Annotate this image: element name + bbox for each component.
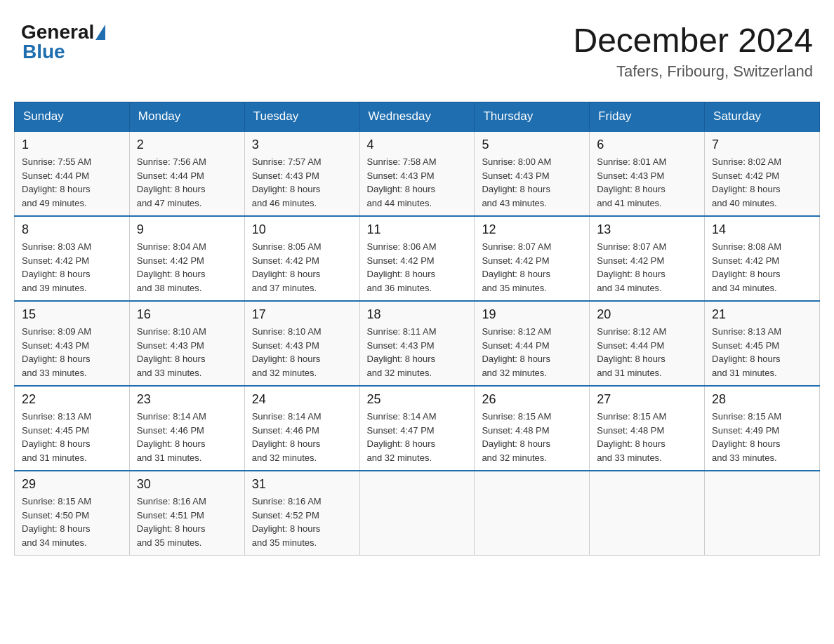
calendar-cell: 5Sunrise: 8:00 AMSunset: 4:43 PMDaylight… xyxy=(475,131,590,216)
day-info: Sunrise: 8:14 AMSunset: 4:46 PMDaylight:… xyxy=(137,410,237,464)
col-sunday: Sunday xyxy=(15,102,130,132)
day-info: Sunrise: 8:09 AMSunset: 4:43 PMDaylight:… xyxy=(22,325,122,380)
day-number: 16 xyxy=(137,307,237,322)
calendar-cell: 13Sunrise: 8:07 AMSunset: 4:42 PMDayligh… xyxy=(590,216,705,301)
calendar-cell: 3Sunrise: 7:57 AMSunset: 4:43 PMDaylight… xyxy=(244,131,359,216)
calendar-cell: 24Sunrise: 8:14 AMSunset: 4:46 PMDayligh… xyxy=(244,386,359,471)
day-number: 15 xyxy=(22,307,122,322)
day-number: 31 xyxy=(252,477,352,492)
day-info: Sunrise: 8:03 AMSunset: 4:42 PMDaylight:… xyxy=(22,240,122,295)
day-number: 3 xyxy=(252,137,352,152)
day-info: Sunrise: 8:13 AMSunset: 4:45 PMDaylight:… xyxy=(22,410,122,464)
calendar-cell: 2Sunrise: 7:56 AMSunset: 4:44 PMDaylight… xyxy=(129,131,244,216)
calendar-cell: 10Sunrise: 8:05 AMSunset: 4:42 PMDayligh… xyxy=(244,216,359,301)
calendar-cell: 11Sunrise: 8:06 AMSunset: 4:42 PMDayligh… xyxy=(359,216,475,301)
day-number: 6 xyxy=(597,137,697,152)
calendar-cell: 6Sunrise: 8:01 AMSunset: 4:43 PMDaylight… xyxy=(590,131,705,216)
calendar-cell: 30Sunrise: 8:16 AMSunset: 4:51 PMDayligh… xyxy=(129,471,244,556)
col-monday: Monday xyxy=(129,102,244,132)
calendar-cell xyxy=(705,471,820,556)
logo-blue-text: Blue xyxy=(22,41,65,62)
day-info: Sunrise: 8:16 AMSunset: 4:51 PMDaylight:… xyxy=(137,495,237,549)
day-info: Sunrise: 8:05 AMSunset: 4:42 PMDaylight:… xyxy=(252,240,352,295)
day-info: Sunrise: 7:58 AMSunset: 4:43 PMDaylight:… xyxy=(367,155,468,210)
calendar-cell: 12Sunrise: 8:07 AMSunset: 4:42 PMDayligh… xyxy=(475,216,590,301)
calendar-cell: 20Sunrise: 8:12 AMSunset: 4:44 PMDayligh… xyxy=(590,301,705,386)
day-info: Sunrise: 8:15 AMSunset: 4:48 PMDaylight:… xyxy=(482,410,582,464)
day-info: Sunrise: 8:15 AMSunset: 4:49 PMDaylight:… xyxy=(712,410,812,464)
calendar-cell: 19Sunrise: 8:12 AMSunset: 4:44 PMDayligh… xyxy=(475,301,590,386)
col-saturday: Saturday xyxy=(705,102,820,132)
day-number: 22 xyxy=(22,392,122,407)
day-info: Sunrise: 8:08 AMSunset: 4:42 PMDaylight:… xyxy=(712,240,812,295)
logo-triangle-icon xyxy=(95,25,105,40)
day-info: Sunrise: 8:15 AMSunset: 4:50 PMDaylight:… xyxy=(22,495,122,549)
calendar-cell: 28Sunrise: 8:15 AMSunset: 4:49 PMDayligh… xyxy=(705,386,820,471)
calendar-week-row: 29Sunrise: 8:15 AMSunset: 4:50 PMDayligh… xyxy=(15,471,820,556)
calendar-cell: 21Sunrise: 8:13 AMSunset: 4:45 PMDayligh… xyxy=(705,301,820,386)
calendar-week-row: 15Sunrise: 8:09 AMSunset: 4:43 PMDayligh… xyxy=(15,301,820,386)
calendar-cell: 4Sunrise: 7:58 AMSunset: 4:43 PMDaylight… xyxy=(359,131,475,216)
logo: General Blue xyxy=(21,21,107,63)
day-number: 20 xyxy=(597,307,697,322)
day-number: 24 xyxy=(252,392,352,407)
day-info: Sunrise: 8:00 AMSunset: 4:43 PMDaylight:… xyxy=(482,155,582,210)
month-title: December 2024 xyxy=(573,21,813,60)
day-number: 9 xyxy=(137,222,237,237)
day-number: 1 xyxy=(22,137,122,152)
calendar-table: Sunday Monday Tuesday Wednesday Thursday… xyxy=(14,102,820,556)
day-number: 28 xyxy=(712,392,812,407)
day-info: Sunrise: 8:12 AMSunset: 4:44 PMDaylight:… xyxy=(482,325,582,380)
day-info: Sunrise: 8:07 AMSunset: 4:42 PMDaylight:… xyxy=(482,240,582,295)
col-thursday: Thursday xyxy=(475,102,590,132)
day-number: 13 xyxy=(597,222,697,237)
calendar-cell xyxy=(590,471,705,556)
day-number: 25 xyxy=(367,392,468,407)
calendar-week-row: 22Sunrise: 8:13 AMSunset: 4:45 PMDayligh… xyxy=(15,386,820,471)
day-number: 17 xyxy=(252,307,352,322)
calendar-week-row: 1Sunrise: 7:55 AMSunset: 4:44 PMDaylight… xyxy=(15,131,820,216)
calendar-cell: 29Sunrise: 8:15 AMSunset: 4:50 PMDayligh… xyxy=(15,471,130,556)
day-number: 8 xyxy=(22,222,122,237)
day-number: 26 xyxy=(482,392,582,407)
day-number: 4 xyxy=(367,137,468,152)
day-info: Sunrise: 8:10 AMSunset: 4:43 PMDaylight:… xyxy=(137,325,237,380)
day-number: 23 xyxy=(137,392,237,407)
day-info: Sunrise: 8:01 AMSunset: 4:43 PMDaylight:… xyxy=(597,155,697,210)
day-info: Sunrise: 7:57 AMSunset: 4:43 PMDaylight:… xyxy=(252,155,352,210)
day-info: Sunrise: 8:06 AMSunset: 4:42 PMDaylight:… xyxy=(367,240,468,295)
calendar-cell: 22Sunrise: 8:13 AMSunset: 4:45 PMDayligh… xyxy=(15,386,130,471)
day-info: Sunrise: 8:14 AMSunset: 4:47 PMDaylight:… xyxy=(367,410,468,464)
day-number: 2 xyxy=(137,137,237,152)
calendar-cell xyxy=(475,471,590,556)
day-number: 14 xyxy=(712,222,812,237)
day-number: 10 xyxy=(252,222,352,237)
day-info: Sunrise: 8:12 AMSunset: 4:44 PMDaylight:… xyxy=(597,325,697,380)
day-number: 5 xyxy=(482,137,582,152)
calendar-cell: 27Sunrise: 8:15 AMSunset: 4:48 PMDayligh… xyxy=(590,386,705,471)
day-number: 21 xyxy=(712,307,812,322)
calendar-cell: 18Sunrise: 8:11 AMSunset: 4:43 PMDayligh… xyxy=(359,301,475,386)
day-number: 27 xyxy=(597,392,697,407)
day-info: Sunrise: 7:55 AMSunset: 4:44 PMDaylight:… xyxy=(22,155,122,210)
location-title: Tafers, Fribourg, Switzerland xyxy=(573,62,813,81)
day-number: 12 xyxy=(482,222,582,237)
calendar-cell xyxy=(359,471,475,556)
calendar-cell: 14Sunrise: 8:08 AMSunset: 4:42 PMDayligh… xyxy=(705,216,820,301)
day-number: 29 xyxy=(22,477,122,492)
col-wednesday: Wednesday xyxy=(359,102,475,132)
day-number: 19 xyxy=(482,307,582,322)
calendar-cell: 1Sunrise: 7:55 AMSunset: 4:44 PMDaylight… xyxy=(15,131,130,216)
day-info: Sunrise: 8:07 AMSunset: 4:42 PMDaylight:… xyxy=(597,240,697,295)
day-info: Sunrise: 8:13 AMSunset: 4:45 PMDaylight:… xyxy=(712,325,812,380)
day-number: 30 xyxy=(137,477,237,492)
day-info: Sunrise: 8:10 AMSunset: 4:43 PMDaylight:… xyxy=(252,325,352,380)
page-header: General Blue December 2024 Tafers, Fribo… xyxy=(14,14,820,88)
calendar-cell: 17Sunrise: 8:10 AMSunset: 4:43 PMDayligh… xyxy=(244,301,359,386)
col-tuesday: Tuesday xyxy=(244,102,359,132)
calendar-cell: 31Sunrise: 8:16 AMSunset: 4:52 PMDayligh… xyxy=(244,471,359,556)
calendar-cell: 16Sunrise: 8:10 AMSunset: 4:43 PMDayligh… xyxy=(129,301,244,386)
title-section: December 2024 Tafers, Fribourg, Switzerl… xyxy=(573,21,813,81)
day-info: Sunrise: 8:02 AMSunset: 4:42 PMDaylight:… xyxy=(712,155,812,210)
calendar-cell: 26Sunrise: 8:15 AMSunset: 4:48 PMDayligh… xyxy=(475,386,590,471)
